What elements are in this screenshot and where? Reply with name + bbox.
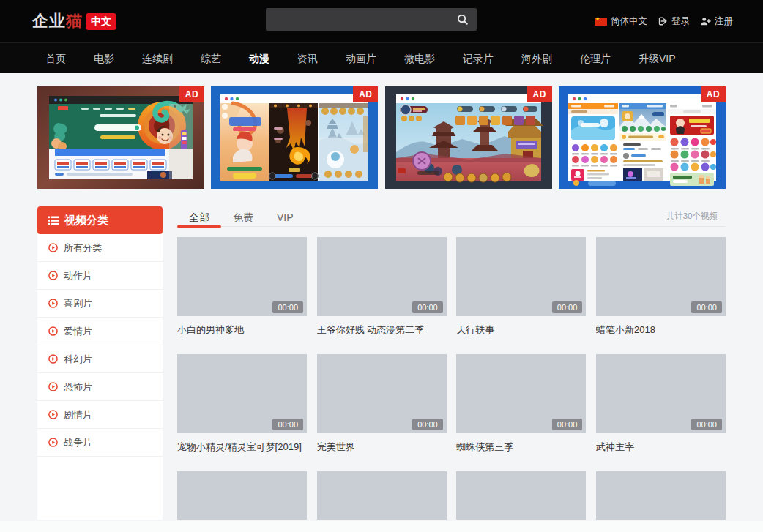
category-item[interactable]: 爱情片: [37, 318, 163, 345]
video-card[interactable]: [456, 471, 586, 520]
video-card[interactable]: 00:00 宠物小精灵/精灵宝可梦[2019]: [177, 354, 307, 471]
ad-banner-3[interactable]: AD: [385, 86, 552, 189]
nav-item[interactable]: 记录片: [449, 43, 507, 74]
nav-item[interactable]: 电影: [80, 43, 128, 74]
category-item[interactable]: 恐怖片: [37, 373, 163, 401]
duration-badge: 00:00: [691, 301, 722, 313]
play-circle-icon: [48, 326, 58, 336]
duration-badge: 00:00: [552, 301, 583, 313]
search-icon: [457, 14, 468, 25]
video-title: 天行轶事: [456, 316, 586, 337]
register-label: 注册: [715, 15, 733, 28]
search-button[interactable]: [447, 8, 477, 31]
user-plus-icon: [700, 16, 711, 26]
login-link[interactable]: 登录: [658, 15, 690, 28]
nav-item[interactable]: 首页: [31, 43, 80, 74]
duration-badge: 00:00: [272, 301, 303, 313]
nav-item[interactable]: 动漫: [235, 43, 283, 74]
video-card[interactable]: 00:00 武神主宰: [596, 354, 726, 471]
video-count-label: 共计30个视频: [666, 206, 726, 225]
video-card[interactable]: 00:00 蜘蛛侠第三季: [456, 354, 586, 471]
video-card[interactable]: 00:00 完美世界: [317, 354, 447, 471]
search-box: [266, 8, 477, 31]
video-card[interactable]: 00:00 小白的男神爹地: [177, 237, 307, 354]
ad-label-badge: AD: [701, 86, 726, 102]
sidebar-title: 视频分类: [64, 214, 108, 228]
filter-tab[interactable]: 全部: [177, 206, 221, 227]
logo-language-badge: 中文: [86, 13, 116, 30]
video-grid: 00:00 小白的男神爹地 00:00 王爷你好贱 动态漫第二季 00:00 天…: [177, 237, 726, 520]
logo-text-red: 猫: [66, 10, 83, 32]
video-title: 武神主宰: [596, 433, 726, 454]
nav-item[interactable]: 动画片: [332, 43, 390, 74]
video-thumbnail: [177, 471, 307, 520]
site-logo[interactable]: 企业猫 中文: [32, 10, 116, 32]
video-thumbnail: [317, 471, 447, 520]
category-label: 剧情片: [64, 408, 92, 422]
ad-banner-4[interactable]: AD: [559, 86, 726, 189]
category-item[interactable]: 战争片: [37, 429, 163, 457]
language-label: 简体中文: [611, 15, 647, 28]
duration-badge: 00:00: [691, 419, 722, 430]
video-title: 完美世界: [317, 433, 447, 454]
video-thumbnail: [456, 471, 586, 520]
nav-item[interactable]: 综艺: [187, 43, 235, 74]
filter-tab[interactable]: 免费: [221, 206, 265, 227]
ad-banner-row: AD: [37, 86, 726, 189]
play-circle-icon: [48, 299, 58, 308]
nav-item[interactable]: 资讯: [283, 43, 332, 74]
category-label: 动作片: [64, 269, 92, 282]
category-sidebar: 视频分类 所有分类 动作片: [37, 206, 163, 520]
video-thumbnail: 00:00: [456, 237, 586, 316]
content-area: 视频分类 所有分类 动作片: [37, 206, 726, 520]
video-thumbnail: 00:00: [596, 237, 726, 316]
search-input[interactable]: [266, 8, 447, 31]
ad-label-badge: AD: [527, 86, 552, 102]
video-thumbnail: 00:00: [596, 354, 726, 433]
video-title: 蜡笔小新2018: [596, 316, 726, 337]
video-card[interactable]: 00:00 天行轶事: [456, 237, 586, 354]
nav-item[interactable]: 升级VIP: [625, 43, 690, 74]
play-circle-icon: [48, 382, 58, 391]
category-label: 爱情片: [64, 325, 92, 338]
logo-text-white: 企业: [32, 10, 66, 32]
duration-badge: 00:00: [272, 419, 303, 430]
category-item[interactable]: 所有分类: [37, 234, 163, 262]
ad-banner-1[interactable]: AD: [37, 86, 204, 189]
video-thumbnail: 00:00: [317, 354, 447, 433]
sign-in-icon: [658, 16, 668, 26]
category-item[interactable]: 喜剧片: [37, 290, 163, 318]
play-circle-icon: [48, 271, 58, 280]
top-header-bar: 企业猫 中文 简体中文 登录 注册: [0, 0, 763, 42]
category-item[interactable]: 剧情片: [37, 401, 163, 429]
video-card[interactable]: [317, 471, 447, 520]
register-link[interactable]: 注册: [700, 15, 733, 28]
ad-banner-2[interactable]: AD: [211, 86, 378, 189]
video-thumbnail: 00:00: [317, 237, 447, 316]
language-switch[interactable]: 简体中文: [595, 15, 647, 28]
filter-tab[interactable]: VIP: [265, 206, 305, 227]
play-circle-icon: [48, 438, 58, 447]
video-card[interactable]: 00:00 蜡笔小新2018: [596, 237, 726, 354]
video-title: 宠物小精灵/精灵宝可梦[2019]: [177, 433, 307, 454]
video-thumbnail: [596, 471, 726, 520]
category-item[interactable]: 科幻片: [37, 345, 163, 373]
login-label: 登录: [671, 15, 690, 28]
category-label: 恐怖片: [64, 381, 92, 394]
nav-item[interactable]: 伦理片: [566, 43, 625, 74]
category-label: 科幻片: [64, 353, 92, 366]
category-label: 喜剧片: [64, 297, 92, 310]
category-list: 所有分类 动作片 喜剧片: [37, 234, 163, 520]
duration-badge: 00:00: [412, 419, 443, 430]
video-card[interactable]: [596, 471, 726, 520]
category-item[interactable]: 动作片: [37, 262, 163, 290]
video-card[interactable]: [177, 471, 307, 520]
nav-item[interactable]: 连续剧: [128, 43, 187, 74]
main-navigation: 首页 电影 连续剧 综艺 动漫 资讯 动画片 微电影 记录片 海外剧 伦理片 升…: [0, 42, 763, 73]
nav-item[interactable]: 海外剧: [507, 43, 566, 74]
ad-label-badge: AD: [179, 86, 204, 102]
china-flag-icon: [595, 18, 607, 26]
nav-item[interactable]: 微电影: [390, 43, 449, 74]
video-card[interactable]: 00:00 王爷你好贱 动态漫第二季: [317, 237, 447, 354]
video-title: 蜘蛛侠第三季: [456, 433, 586, 454]
